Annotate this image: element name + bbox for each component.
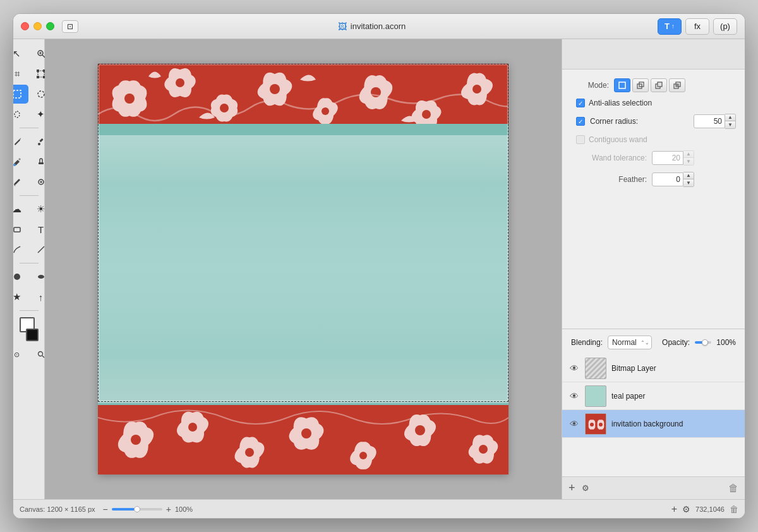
spacer bbox=[562, 207, 745, 329]
mode-new-button[interactable] bbox=[614, 78, 630, 92]
mode-buttons bbox=[614, 78, 685, 92]
svg-point-40 bbox=[270, 84, 280, 94]
tools-icon: T bbox=[665, 21, 670, 31]
anti-alias-row: ✓ Anti-alias selection bbox=[571, 99, 736, 107]
svg-point-84 bbox=[479, 445, 488, 454]
arrow-tool[interactable]: ↖ bbox=[13, 44, 28, 63]
rect-shape-tool[interactable] bbox=[13, 220, 28, 239]
svg-point-60 bbox=[131, 435, 141, 445]
layer-item-teal[interactable]: 👁 teal paper bbox=[562, 382, 745, 410]
layers-bottom-bar: + ⚙ 🗑 bbox=[562, 476, 745, 499]
blending-select-arrow: ⌃⌄ bbox=[641, 340, 649, 346]
zoom-slider[interactable] bbox=[112, 508, 162, 511]
corner-radius-checkbox[interactable]: ✓ bbox=[576, 117, 585, 126]
zoom-minus-icon[interactable]: − bbox=[103, 504, 108, 514]
titlebar-right: T ↑ fx (p) bbox=[658, 18, 737, 35]
layers-section: 👁 Bitmap Layer 👁 teal paper 👁 invita bbox=[562, 354, 745, 476]
mode-add-button[interactable] bbox=[632, 78, 649, 92]
layer-thumbnail-bitmap bbox=[585, 358, 606, 379]
feather-stepper[interactable]: ▲ ▼ bbox=[683, 172, 694, 187]
circle-shape-tool[interactable] bbox=[13, 267, 28, 286]
lasso-tool[interactable] bbox=[13, 105, 28, 124]
layer-item-bitmap[interactable]: 👁 Bitmap Layer bbox=[562, 354, 745, 382]
tab-fx-button[interactable]: fx bbox=[685, 18, 709, 35]
script-label: (p) bbox=[720, 21, 730, 31]
tab-script-button[interactable]: (p) bbox=[713, 18, 737, 35]
wand-tolerance-down: ▼ bbox=[683, 158, 694, 165]
opacity-slider[interactable] bbox=[695, 341, 711, 344]
feather-down[interactable]: ▼ bbox=[683, 179, 694, 186]
bottom-actions: + ⚙ 732,1046 🗑 bbox=[671, 504, 738, 515]
settings-icon[interactable]: ⚙ bbox=[682, 504, 690, 514]
opacity-thumb[interactable] bbox=[702, 339, 708, 346]
corner-radius-input-row: 50 ▲ ▼ bbox=[694, 114, 736, 129]
teal-band-top bbox=[98, 124, 508, 135]
cloud-tool[interactable]: ☁ bbox=[13, 200, 28, 219]
feather-up[interactable]: ▲ bbox=[683, 172, 694, 179]
canvas-area[interactable] bbox=[45, 39, 562, 499]
red-floral-bottom bbox=[98, 405, 508, 475]
svg-point-44 bbox=[322, 107, 329, 115]
mode-intersect-button[interactable] bbox=[669, 78, 685, 92]
minimize-button[interactable] bbox=[33, 22, 42, 30]
traffic-lights bbox=[21, 22, 54, 30]
delete-icon[interactable]: 🗑 bbox=[730, 504, 738, 514]
tab-tools-button[interactable]: T ↑ bbox=[658, 18, 682, 35]
layer-name-teal: teal paper bbox=[611, 392, 645, 401]
layer-visibility-teal[interactable]: 👁 bbox=[568, 391, 580, 401]
layer-visibility-invitation[interactable]: 👁 bbox=[568, 419, 580, 429]
bottom-status-bar: Canvas: 1200 × 1165 px − + 100% + ⚙ 732,… bbox=[13, 499, 745, 518]
opacity-label: Opacity: bbox=[662, 338, 690, 347]
doc-title: invitation.acorn bbox=[351, 21, 406, 31]
blending-select[interactable]: Normal ⌃⌄ bbox=[608, 336, 652, 349]
zoom-plus-icon[interactable]: + bbox=[166, 504, 171, 514]
wand-tolerance-input-row: 20 ▲ ▼ bbox=[652, 150, 694, 166]
color-swatches[interactable] bbox=[16, 317, 42, 341]
layer-visibility-bitmap[interactable]: 👁 bbox=[568, 363, 580, 373]
svg-rect-13 bbox=[39, 162, 44, 164]
feather-row: Feather: 0 ▲ ▼ bbox=[571, 172, 736, 187]
paintbrush-tool[interactable] bbox=[13, 172, 28, 191]
delete-layer-button[interactable]: 🗑 bbox=[728, 483, 738, 494]
maximize-button[interactable] bbox=[46, 22, 54, 30]
feather-input[interactable]: 0 bbox=[652, 172, 683, 186]
add-icon[interactable]: + bbox=[671, 504, 677, 515]
bezier-tool[interactable] bbox=[13, 240, 28, 259]
crop-tool[interactable]: ⌗ bbox=[13, 64, 28, 83]
svg-rect-5 bbox=[37, 70, 39, 72]
add-layer-button[interactable]: + bbox=[568, 481, 575, 495]
close-button[interactable] bbox=[21, 22, 29, 30]
anti-alias-checkbox[interactable]: ✓ bbox=[576, 99, 585, 107]
paintbucket-tool[interactable] bbox=[13, 152, 28, 171]
corner-radius-up[interactable]: ▲ bbox=[725, 114, 735, 121]
swap-colors-tool[interactable]: ⊙ bbox=[13, 345, 28, 364]
corner-radius-down[interactable]: ▼ bbox=[725, 121, 735, 128]
wand-tolerance-row: Wand tolerance: 20 ▲ ▼ bbox=[571, 150, 736, 166]
zoom-thumb[interactable] bbox=[134, 506, 140, 512]
corner-radius-input[interactable]: 50 bbox=[694, 114, 725, 128]
sidebar-toggle-button[interactable]: ⊡ bbox=[62, 20, 78, 33]
svg-point-72 bbox=[301, 428, 311, 438]
background-color[interactable] bbox=[26, 329, 39, 341]
svg-point-27 bbox=[124, 94, 135, 104]
mode-subtract-button[interactable] bbox=[651, 78, 667, 92]
zoom-value: 100% bbox=[175, 505, 193, 513]
corner-radius-stepper[interactable]: ▲ ▼ bbox=[725, 114, 736, 129]
pen-tool[interactable] bbox=[13, 132, 28, 151]
titlebar: ⊡ 🖼 invitation.acorn T ↑ fx (p) bbox=[13, 14, 745, 39]
rect-select-tool[interactable] bbox=[13, 85, 28, 104]
contiguous-wand-label: Contiguous wand bbox=[589, 135, 647, 144]
panel-tab-bar bbox=[562, 39, 745, 70]
canvas[interactable] bbox=[98, 64, 508, 475]
floral-bottom-svg bbox=[98, 405, 508, 475]
tools-arrow-icon: ↑ bbox=[671, 23, 675, 30]
layer-item-invitation[interactable]: 👁 invitation background bbox=[562, 410, 745, 438]
titlebar-center: 🖼 invitation.acorn bbox=[86, 21, 658, 32]
wand-tolerance-up: ▲ bbox=[683, 151, 694, 158]
mode-label: Mode: bbox=[571, 81, 609, 90]
svg-point-99 bbox=[599, 423, 603, 426]
star-tool[interactable]: ★ bbox=[13, 287, 28, 306]
layer-settings-button[interactable]: ⚙ bbox=[582, 483, 589, 493]
coordinates: 732,1046 bbox=[695, 505, 725, 513]
svg-point-10 bbox=[38, 91, 44, 97]
